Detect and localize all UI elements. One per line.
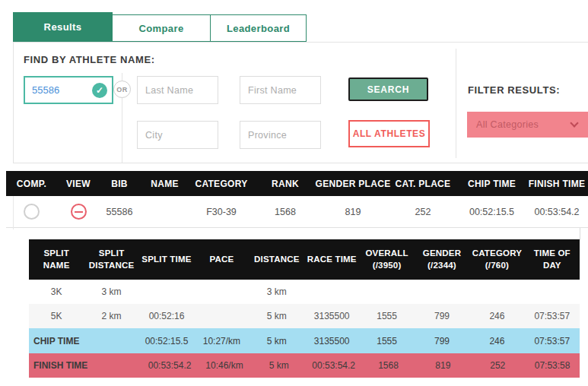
search-button[interactable]: SEARCH — [348, 78, 428, 101]
split-col-time-of-day: TIME OF DAY — [525, 239, 580, 280]
cell: 00:53:54.2 — [142, 353, 197, 378]
view-cell — [57, 196, 100, 227]
cell: 10:27/km — [194, 328, 249, 353]
cell: 246 — [469, 328, 524, 353]
cell: 00:52:16 — [139, 304, 194, 328]
category-cell: F30-39 — [190, 196, 253, 227]
category-select[interactable]: All Categories — [467, 112, 588, 138]
col-category: CATEGORY — [190, 171, 253, 196]
cell: 3135500 — [304, 304, 359, 328]
cell — [84, 328, 138, 353]
cell: 00:52:15.5 — [139, 328, 194, 353]
bib-input-wrap: ✓ — [24, 76, 113, 104]
col-gender-place: GENDER PLACE — [318, 171, 388, 196]
split-col-total-distance: DISTANCE — [250, 239, 304, 280]
cell: 3135500 — [304, 328, 359, 353]
cell: 5K — [29, 304, 84, 328]
cell: 819 — [415, 353, 470, 378]
cell: 252 — [470, 353, 525, 378]
rank-cell: 1568 — [253, 196, 318, 227]
col-comp: COMP. — [6, 171, 57, 196]
col-view: VIEW — [57, 171, 100, 196]
col-chip-time: CHIP TIME — [458, 171, 526, 196]
cell: 00:53:54.2 — [307, 353, 361, 378]
tab-results[interactable]: Results — [13, 12, 113, 42]
cell: 5 km — [250, 328, 304, 353]
cell: 1568 — [361, 353, 416, 378]
cell: 07:53:58 — [525, 353, 580, 378]
split-col-name: SPLIT NAME — [29, 239, 84, 280]
cell: 3 km — [250, 280, 304, 304]
cell — [525, 280, 580, 304]
cell — [304, 280, 359, 304]
chevron-down-icon — [570, 119, 578, 127]
finish-time-cell: 00:53:54.2 — [526, 196, 588, 227]
last-name-input[interactable] — [137, 76, 218, 104]
compare-radio[interactable] — [24, 204, 40, 220]
results-page: Results Compare Leaderboard FIND BY ATHL… — [0, 0, 588, 386]
cell: 07:53:57 — [525, 304, 580, 328]
cell: 1555 — [359, 304, 414, 328]
cell: 246 — [469, 304, 524, 328]
col-bib: BIB — [100, 171, 139, 196]
find-by-name-label: FIND BY ATHLETE NAME: — [24, 54, 155, 65]
cell: 5 km — [252, 353, 307, 378]
col-finish-time: FINISH TIME — [526, 171, 588, 196]
cell: CHIP TIME — [29, 328, 84, 353]
cat-place-cell: 252 — [388, 196, 458, 227]
bib-cell: 55586 — [100, 196, 139, 227]
splits-table-header: SPLIT NAME SPLIT DISTANCE SPLIT TIME PAC… — [29, 239, 580, 280]
first-name-input[interactable] — [240, 76, 321, 104]
cell — [359, 280, 414, 304]
filter-section-divider — [456, 49, 456, 158]
row-left-border — [13, 196, 14, 229]
city-input[interactable] — [137, 121, 218, 149]
cell: FINISH TIME — [29, 353, 87, 378]
gender-place-cell: 819 — [318, 196, 388, 227]
cell: 07:53:57 — [525, 328, 580, 353]
tab-bar: Results Compare Leaderboard — [13, 12, 307, 42]
cell: 5 km — [250, 304, 304, 328]
cell — [194, 280, 249, 304]
split-col-race-time: RACE TIME — [304, 239, 359, 280]
cell: 799 — [415, 304, 469, 328]
split-row-5k: 5K 2 km 00:52:16 5 km 3135500 1555 799 2… — [29, 304, 580, 328]
province-input[interactable] — [240, 121, 321, 149]
split-col-pace: PACE — [194, 239, 249, 280]
split-col-time: SPLIT TIME — [139, 239, 194, 280]
cell: 10:46/km — [197, 353, 252, 378]
split-col-category: CATEGORY (/760) — [469, 239, 524, 280]
results-table-header: COMP. VIEW BIB NAME CATEGORY RANK GENDER… — [6, 171, 588, 196]
name-cell — [139, 196, 190, 227]
col-cat-place: CAT. PLACE — [388, 171, 458, 196]
splits-table: SPLIT NAME SPLIT DISTANCE SPLIT TIME PAC… — [29, 239, 580, 378]
cell: 3 km — [84, 280, 138, 304]
minus-circle-icon[interactable] — [71, 204, 87, 220]
split-col-gender: GENDER (/2344) — [415, 239, 469, 280]
cell — [194, 304, 249, 328]
split-col-overall: OVERALL (/3950) — [359, 239, 414, 280]
check-circle-icon: ✓ — [92, 83, 107, 98]
col-rank: RANK — [253, 171, 318, 196]
tab-leaderboard[interactable]: Leaderboard — [210, 14, 307, 42]
split-row-3k: 3K 3 km 3 km — [29, 280, 580, 304]
split-col-distance: SPLIT DISTANCE — [84, 239, 138, 280]
chip-time-cell: 00:52:15.5 — [458, 196, 526, 227]
or-badge: OR — [113, 81, 131, 98]
category-select-value: All Categories — [467, 119, 539, 130]
cell: 2 km — [84, 304, 138, 328]
compare-cell — [6, 196, 57, 227]
athlete-search-panel: FIND BY ATHLETE NAME: ✓ OR SEARCH ALL AT… — [13, 42, 588, 163]
cell — [87, 353, 142, 378]
all-athletes-button[interactable]: ALL ATHLETES — [348, 120, 430, 147]
cell: 3K — [29, 280, 84, 304]
tab-compare[interactable]: Compare — [112, 14, 211, 42]
cell — [415, 280, 469, 304]
cell: 799 — [415, 328, 469, 353]
cell — [469, 280, 524, 304]
col-name: NAME — [139, 171, 190, 196]
row-right-border — [580, 228, 580, 240]
filter-results-label: FILTER RESULTS: — [468, 84, 560, 96]
cell: 1555 — [359, 328, 414, 353]
split-row-finish-time: FINISH TIME 00:53:54.2 10:46/km 5 km 00:… — [29, 353, 580, 378]
